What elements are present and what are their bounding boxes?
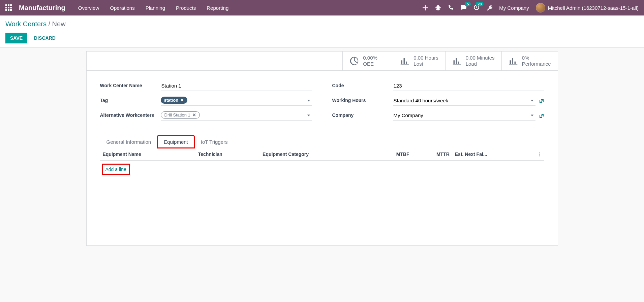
bar-chart-icon xyxy=(400,56,409,66)
form-sheet: 0.00% OEE 0.00 Hours Lost 0.00 Minutes L… xyxy=(86,51,558,246)
stat-lost[interactable]: 0.00 Hours Lost xyxy=(393,52,445,70)
add-line-highlight: Add a line xyxy=(103,165,129,174)
stat-load-label: Load xyxy=(466,61,495,67)
chevron-down-icon[interactable] xyxy=(307,100,310,101)
tag-chip: station ✕ xyxy=(161,97,188,104)
col-equipment-category[interactable]: Equipment Category xyxy=(260,148,372,161)
alt-label: Alternative Workcenters xyxy=(100,110,161,118)
col-mttr[interactable]: MTTR xyxy=(412,148,452,161)
apps-icon[interactable] xyxy=(5,4,12,11)
alt-workcenters-input[interactable]: Drill Station 1 ✕ xyxy=(161,110,312,121)
nav-operations[interactable]: Operations xyxy=(105,2,139,13)
company-external-link[interactable] xyxy=(539,112,544,118)
stat-oee-value: 0.00% xyxy=(363,55,377,61)
pie-chart-icon xyxy=(349,56,359,66)
activities-icon-wrap[interactable]: 28 xyxy=(473,4,480,11)
name-input[interactable] xyxy=(161,81,312,91)
save-button[interactable]: Save xyxy=(5,33,27,43)
company-selector[interactable]: My Company xyxy=(499,5,529,11)
col-equipment-name[interactable]: Equipment Name xyxy=(100,148,195,161)
stat-oee-label: OEE xyxy=(363,61,377,67)
breadcrumb-sep: / xyxy=(48,20,50,28)
breadcrumb-root[interactable]: Work Centers xyxy=(5,20,47,28)
tag-label: Tag xyxy=(100,96,161,103)
name-label: Work Center Name xyxy=(100,81,161,88)
form-container: 0.00% OEE 0.00 Hours Lost 0.00 Minutes L… xyxy=(86,48,558,249)
hours-external-link[interactable] xyxy=(539,98,544,103)
bar-chart-icon xyxy=(509,56,518,66)
nav-planning[interactable]: Planning xyxy=(141,2,170,13)
breadcrumb-current: New xyxy=(52,20,66,28)
form-col-right: Code Working Hours xyxy=(332,81,544,125)
tabs: General Information Equipment IoT Trigge… xyxy=(87,135,558,148)
avatar xyxy=(536,3,545,12)
tab-iot-triggers[interactable]: IoT Triggers xyxy=(194,135,234,148)
stat-buttons: 0.00% OEE 0.00 Hours Lost 0.00 Minutes L… xyxy=(87,52,558,71)
user-name: Mitchell Admin (16230712-saas-15-1-all) xyxy=(548,5,639,11)
form-body: Work Center Name Tag station ✕ xyxy=(87,71,558,129)
tools-icon[interactable] xyxy=(486,5,492,11)
external-link-icon xyxy=(539,113,544,119)
tag-chip-text: station xyxy=(164,98,179,103)
app-title[interactable]: Manufacturing xyxy=(19,4,65,12)
col-est-next-failure[interactable]: Est. Next Fai... xyxy=(452,148,534,161)
stat-lost-label: Lost xyxy=(413,61,438,67)
code-label: Code xyxy=(332,81,393,88)
company-label: Company xyxy=(332,110,393,118)
chevron-down-icon[interactable] xyxy=(307,114,310,116)
discard-button[interactable]: Discard xyxy=(32,35,58,41)
chevron-down-icon[interactable] xyxy=(531,100,533,102)
control-panel: Work Centers / New Save Discard xyxy=(0,15,644,48)
company-input[interactable] xyxy=(393,110,535,121)
stat-lost-value: 0.00 Hours xyxy=(413,55,438,61)
tab-general-information[interactable]: General Information xyxy=(100,135,158,148)
bug-icon[interactable] xyxy=(435,5,441,11)
stat-perf-label: Performance xyxy=(522,61,551,67)
col-mtbf[interactable]: MTBF xyxy=(372,148,412,161)
external-link-icon xyxy=(539,98,544,104)
activities-badge: 28 xyxy=(476,2,484,6)
hours-label: Working Hours xyxy=(332,96,393,103)
hours-input[interactable] xyxy=(393,96,535,106)
tab-content: Equipment Name Technician Equipment Cate… xyxy=(87,148,558,245)
form-col-left: Work Center Name Tag station ✕ xyxy=(100,81,312,125)
stat-perf-value: 0% xyxy=(522,55,551,61)
breadcrumb: Work Centers / New xyxy=(5,20,639,28)
code-input[interactable] xyxy=(393,81,544,91)
tag-input[interactable]: station ✕ xyxy=(161,96,312,106)
equipment-table: Equipment Name Technician Equipment Cate… xyxy=(100,148,544,232)
user-menu[interactable]: Mitchell Admin (16230712-saas-15-1-all) xyxy=(536,3,639,12)
plus-icon[interactable] xyxy=(422,5,428,11)
tab-equipment[interactable]: Equipment xyxy=(157,135,194,148)
stat-load-value: 0.00 Minutes xyxy=(466,55,495,61)
add-line-button[interactable]: Add a line xyxy=(103,165,129,174)
top-navbar: Manufacturing Overview Operations Planni… xyxy=(0,0,644,15)
stat-load[interactable]: 0.00 Minutes Load xyxy=(445,52,501,70)
tag-remove-icon[interactable]: ✕ xyxy=(180,98,184,103)
nav-reporting[interactable]: Reporting xyxy=(202,2,233,13)
alt-remove-icon[interactable]: ✕ xyxy=(192,112,196,118)
alt-chip: Drill Station 1 ✕ xyxy=(161,111,200,119)
stat-oee[interactable]: 0.00% OEE xyxy=(342,52,393,70)
control-buttons: Save Discard xyxy=(5,33,639,43)
nav-menu: Overview Operations Planning Products Re… xyxy=(73,2,234,13)
bar-chart-icon xyxy=(452,56,462,66)
nav-products[interactable]: Products xyxy=(171,2,201,13)
chevron-down-icon[interactable] xyxy=(531,115,533,116)
col-options-icon[interactable]: ⋮ xyxy=(534,148,544,161)
nav-overview[interactable]: Overview xyxy=(73,2,104,13)
alt-chip-text: Drill Station 1 xyxy=(164,112,190,118)
col-technician[interactable]: Technician xyxy=(195,148,260,161)
phone-icon[interactable] xyxy=(448,5,454,11)
nav-right: 5 28 My Company Mitchell Admin (16230712… xyxy=(422,3,639,12)
messages-badge: 5 xyxy=(465,2,471,6)
stat-performance[interactable]: 0% Performance xyxy=(501,52,558,70)
messages-icon-wrap[interactable]: 5 xyxy=(461,4,467,11)
